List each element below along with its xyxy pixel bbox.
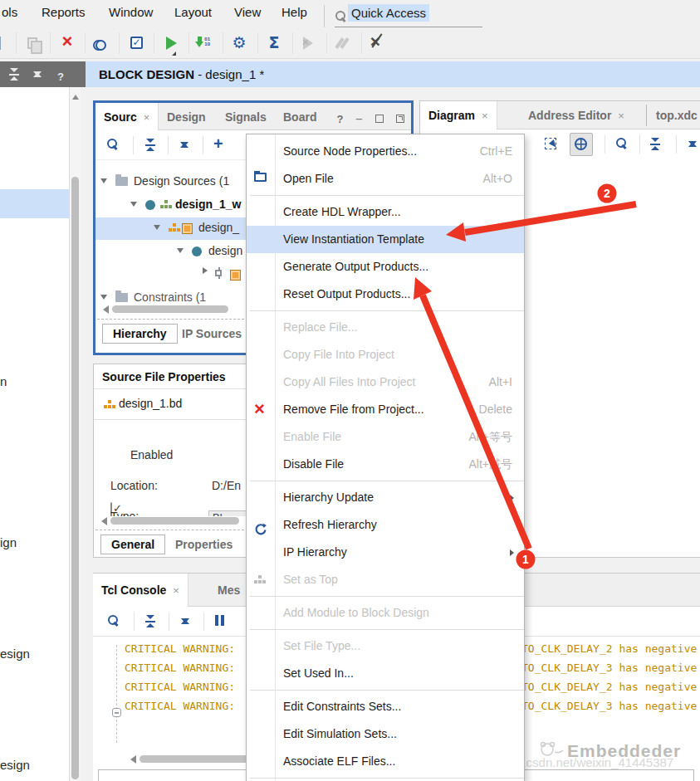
chevron-right-icon[interactable] [203, 267, 211, 274]
menu-item-hierarchy-update[interactable]: Hierarchy Update [247, 484, 524, 511]
close-icon[interactable]: × [173, 584, 179, 597]
menu-item-ip-hierarchy[interactable]: IP Hierarchy [247, 539, 524, 566]
scroll-left-icon[interactable] [99, 305, 109, 314]
float-icon[interactable] [396, 115, 404, 123]
folder-icon [115, 177, 128, 186]
copy-icon[interactable] [27, 37, 37, 49]
fit-selection-button[interactable] [570, 133, 593, 156]
close-icon[interactable]: × [618, 110, 624, 122]
tab-ip-sources[interactable]: IP Sources [177, 324, 247, 344]
run-icon[interactable] [166, 37, 177, 50]
close-icon[interactable]: × [144, 111, 150, 124]
scrollbar-thumb[interactable] [71, 177, 79, 779]
menu-item-open-file[interactable]: Open FileAlt+O [247, 165, 524, 193]
expand-all-icon[interactable] [179, 139, 190, 151]
block-design-header: BLOCK DESIGN - design_1 * [86, 61, 700, 87]
menu-item-set-as-top: Set as Top [247, 566, 524, 593]
console-line: CRITICAL WARNING: [125, 640, 235, 658]
menu-item-generate-output-products[interactable]: Generate Output Products... [247, 253, 524, 281]
vertical-scrollbar[interactable] [69, 87, 81, 781]
maximize-icon[interactable] [375, 115, 384, 123]
add-sources-icon[interactable] [213, 139, 225, 150]
step-icon[interactable]: 0110 [197, 37, 210, 50]
menu-item-disable-file[interactable]: Disable FileAlt+减号 [247, 451, 524, 478]
collapse-all-icon[interactable] [8, 68, 20, 81]
tab-board[interactable]: Board [275, 103, 325, 131]
pause-icon[interactable] [215, 615, 224, 626]
tab-tcl-console[interactable]: Tcl Console× [93, 574, 188, 607]
chevron-down-icon[interactable] [100, 178, 107, 187]
menu-item-remove-file-from-project[interactable]: Remove File from Project...Delete [247, 396, 524, 423]
menu-separator [250, 195, 524, 196]
menu-item-tools[interactable]: ols [2, 5, 17, 19]
sources-tabbar: Sourc× Design Signals Board [95, 103, 411, 130]
main-toolbar: 0110 [0, 27, 700, 59]
tab-signals[interactable]: Signals [217, 103, 275, 131]
select-area-icon[interactable] [545, 138, 556, 149]
collapse-all-icon[interactable] [649, 138, 661, 150]
menu-item-reports[interactable]: Reports [42, 5, 86, 19]
settings-icon[interactable] [232, 35, 246, 51]
menu-item-add-module-to-block-design: Add Module to Block Design [247, 599, 524, 627]
delete-icon[interactable] [62, 35, 73, 51]
find-icon[interactable] [93, 38, 106, 48]
tab-messages[interactable]: Mes [209, 574, 248, 607]
console-line-right: TO_CLK_DELAY_3 has negative [521, 659, 697, 677]
menu-item-refresh-hierarchy[interactable]: Refresh Hierarchy [247, 511, 524, 539]
menu-item-view-instantiation-template[interactable]: View Instantiation Template [247, 226, 524, 253]
scroll-left-icon[interactable] [126, 755, 136, 764]
paste-icon[interactable] [0, 37, 1, 50]
validate-icon[interactable] [130, 37, 143, 49]
menu-item-set-used-in[interactable]: Set Used In... [247, 660, 524, 687]
hierarchy-icon [164, 200, 168, 203]
menu-item-edit-simulation-sets[interactable]: Edit Simulation Sets... [247, 720, 524, 748]
tab-hierarchy[interactable]: Hierarchy [102, 324, 178, 344]
collapse-all-icon[interactable] [144, 139, 156, 151]
search-icon[interactable] [108, 615, 120, 627]
tab-properties[interactable]: Properties [170, 534, 237, 554]
close-icon[interactable]: × [482, 110, 488, 122]
menu-item-source-node-properties[interactable]: Source Node Properties...Ctrl+E [247, 138, 524, 165]
location-label: Location: [110, 479, 158, 492]
search-icon[interactable] [107, 139, 119, 150]
tab-diagram[interactable]: Diagram× [420, 101, 497, 129]
zoom-icon[interactable] [616, 138, 628, 149]
tab-design[interactable]: Design [159, 103, 214, 131]
quick-access-input[interactable]: Quick Access [348, 4, 429, 22]
menu-item-layout[interactable]: Layout [174, 5, 212, 19]
expand-all-icon[interactable] [32, 68, 43, 81]
collapse-node-icon[interactable] [112, 708, 121, 717]
menu-item-view[interactable]: View [234, 5, 261, 19]
diagram-tabbar: Diagram× Address Editor× top.xdc [420, 101, 700, 129]
chevron-down-icon[interactable] [177, 248, 184, 256]
report-sum-icon[interactable] [269, 35, 280, 51]
minimize-icon[interactable] [356, 111, 362, 126]
collapse-all-icon[interactable] [144, 615, 156, 627]
console-line-right: TO_CLK_DELAY_3 has negative [521, 697, 697, 715]
menu-item-edit-constraints-sets[interactable]: Edit Constraints Sets... [247, 693, 524, 720]
chevron-down-icon[interactable] [100, 295, 107, 303]
menu-item-help[interactable]: Help [281, 5, 307, 19]
menu-item-reset-output-products[interactable]: Reset Output Products... [247, 281, 524, 308]
menu-item-associate-elf-files[interactable]: Associate ELF Files... [247, 748, 524, 775]
scroll-left-icon[interactable] [97, 517, 107, 525]
tab-top-xdc[interactable]: top.xdc [648, 101, 700, 129]
scroll-up-icon[interactable] [72, 91, 79, 100]
menu-item-window[interactable]: Window [109, 5, 153, 19]
unlink-icon[interactable] [370, 35, 380, 51]
help-icon[interactable] [57, 69, 66, 81]
tab-sources[interactable]: Sourc× [95, 103, 159, 131]
block-design-title: BLOCK DESIGN [99, 67, 194, 81]
chevron-down-icon[interactable] [130, 202, 137, 210]
tab-address-editor[interactable]: Address Editor× [520, 101, 633, 129]
expand-all-icon[interactable] [687, 138, 698, 150]
scrollbar-thumb[interactable] [110, 517, 239, 525]
scrollbar-thumb[interactable] [112, 305, 228, 313]
open-folder-icon [254, 173, 267, 182]
tab-general[interactable]: General [100, 534, 165, 554]
remove-x-icon [254, 398, 265, 425]
expand-all-icon[interactable] [179, 615, 191, 627]
help-icon[interactable] [336, 111, 343, 126]
chevron-down-icon[interactable] [154, 225, 160, 233]
menu-item-create-hdl-wrapper[interactable]: Create HDL Wrapper... [247, 198, 524, 226]
